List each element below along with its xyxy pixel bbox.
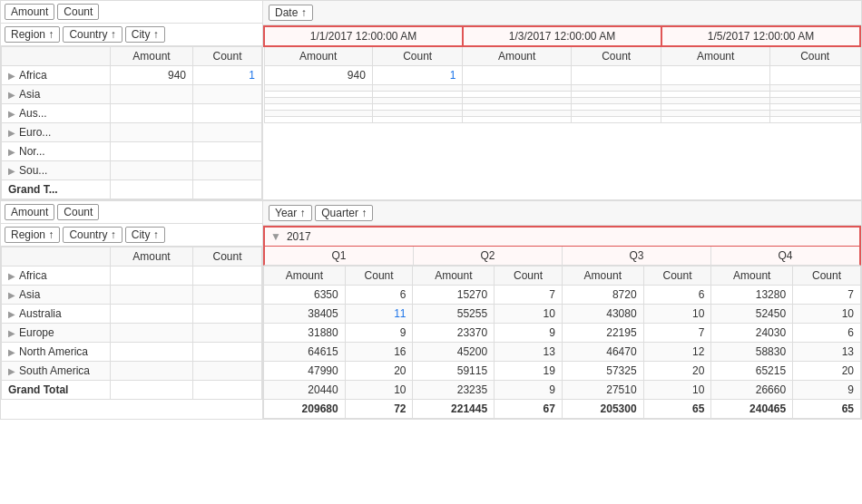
date-chip-label: Date ↑ [275, 6, 307, 19]
q3-header: Q3 [563, 247, 711, 265]
count-label-tl: Count [64, 5, 93, 18]
country-chip-tl[interactable]: Country ↑ [63, 26, 122, 43]
table-row: ▶Europe [2, 324, 262, 343]
row-label: ▶North America [2, 343, 111, 362]
count-label-bl: Count [64, 206, 93, 218]
grand-total-label-bl: Grand Total [2, 381, 111, 400]
q2-amount: 59115 [413, 362, 495, 381]
q2-count: 13 [495, 343, 563, 362]
date-col-3: 1/5/2017 12:00:00 AM [708, 30, 814, 43]
q1-amount: 47990 [264, 362, 346, 381]
q1-count: 10 [345, 381, 413, 400]
q3-count: 7 [643, 324, 711, 343]
date-col-1: 1/1/2017 12:00:00 AM [310, 30, 416, 43]
grand-total-row-br: 209680 72 221445 67 205300 65 240465 65 [264, 400, 861, 419]
q2-amount: 45200 [413, 343, 495, 362]
region-chip-bl[interactable]: Region ↑ [5, 227, 60, 243]
grand-total-count-bl [193, 381, 262, 400]
q1-amount: 38405 [264, 305, 346, 324]
year-chip-label: Year ↑ [275, 207, 306, 219]
q3-count: 6 [643, 286, 711, 305]
table-row: 64615 16 45200 13 46470 12 58830 13 [264, 343, 861, 362]
table-row: 6350 6 15270 7 8720 6 13280 7 [264, 286, 861, 305]
q4-count: 10 [793, 305, 861, 324]
table-row: ▶Asia [2, 85, 262, 104]
row-count [193, 343, 262, 362]
q1-amount: 6350 [264, 286, 346, 305]
q4-count: 7 [793, 286, 861, 305]
q2-count: 19 [495, 362, 563, 381]
row-amount [111, 324, 193, 343]
q3-count: 10 [643, 381, 711, 400]
count-chip-bl[interactable]: Count [57, 204, 99, 220]
q2-amount: 23235 [413, 381, 495, 400]
amount-chip-bl[interactable]: Amount [5, 204, 54, 220]
date-col-2: 1/3/2017 12:00:00 AM [509, 30, 615, 43]
table-row: 38405 11 55255 10 43080 10 52450 10 [264, 305, 861, 324]
country-chip-bl[interactable]: Country ↑ [63, 227, 122, 243]
quarters-row: Q1 Q2 Q3 Q4 [263, 247, 861, 266]
gt-q2c: 67 [495, 400, 563, 419]
bottom-left-panel: Amount Count Region ↑ Country ↑ City ↑ [0, 200, 263, 420]
table-row: 47990 20 59115 19 57325 20 65215 20 [264, 362, 861, 381]
q2-amount: 15270 [413, 286, 495, 305]
q2-header: Q2 [414, 247, 563, 265]
table-row: ▶Asia [2, 286, 262, 305]
q3-amount: 8720 [562, 286, 643, 305]
table-row: ▶Sou... [2, 161, 262, 180]
expand-icon[interactable]: ▶ [8, 347, 15, 357]
expand-icon[interactable]: ▶ [8, 109, 15, 119]
expand-icon[interactable]: ▶ [8, 147, 15, 157]
q2-amount: 55255 [413, 305, 495, 324]
city-chip-tl[interactable]: City ↑ [125, 26, 165, 43]
q1-amount: 20440 [264, 381, 346, 400]
expand-icon[interactable]: ▶ [8, 290, 15, 300]
year-chip[interactable]: Year ↑ [269, 205, 312, 221]
grand-total-label-tl: Grand T... [2, 180, 111, 199]
q2-amount: 23370 [413, 324, 495, 343]
row-label: ▶Australia [2, 305, 111, 324]
expand-icon[interactable]: ▶ [8, 328, 15, 338]
q1-count: 20 [345, 362, 413, 381]
row-label: ▶Europe [2, 324, 111, 343]
q4-amount: 58830 [711, 343, 793, 362]
expand-icon[interactable]: ▶ [8, 366, 15, 376]
table-row: ▶Nor... [2, 142, 262, 161]
gt-q4c: 65 [793, 400, 861, 419]
bottom-row: Amount Count Region ↑ Country ↑ City ↑ [0, 200, 862, 420]
bottom-right-panel: Year ↑ Quarter ↑ ▼ 2017 Q1 Q2 Q3 Q4 [263, 200, 862, 420]
count-chip-tl[interactable]: Count [57, 4, 99, 20]
city-chip-bl[interactable]: City ↑ [125, 227, 165, 243]
q2-count: 10 [495, 305, 563, 324]
expand-icon[interactable]: ▶ [8, 166, 15, 176]
table-row: ▶Australia [2, 305, 262, 324]
q2-count: 9 [495, 381, 563, 400]
expand-icon[interactable]: ▶ [8, 71, 15, 81]
amount-chip-tl[interactable]: Amount [5, 4, 54, 20]
region-chip-tl[interactable]: Region ↑ [5, 26, 60, 43]
year-expand-icon[interactable]: ▼ [270, 230, 281, 243]
top-right-table: 1/1/2017 12:00:00 AM 1/3/2017 12:00:00 A… [263, 25, 861, 123]
row-count [193, 267, 262, 286]
year-label: 2017 [287, 230, 311, 243]
table-row: ▶North America [2, 343, 262, 362]
date-chip[interactable]: Date ↑ [269, 5, 313, 21]
bottom-right-table: AmountCount AmountCount AmountCount Amou… [263, 266, 861, 419]
row-amount [111, 343, 193, 362]
expand-icon[interactable]: ▶ [8, 128, 15, 138]
q3-count: 20 [643, 362, 711, 381]
quarter-chip[interactable]: Quarter ↑ [315, 205, 373, 221]
table-row: ▶South America [2, 362, 262, 381]
year-quarter-filter-row: Year ↑ Quarter ↑ [263, 201, 861, 226]
q1-amount: 31880 [264, 324, 346, 343]
table-row: 31880 9 23370 9 22195 7 24030 6 [264, 324, 861, 343]
table-row: ▶Africa [2, 267, 262, 286]
expand-icon[interactable]: ▶ [8, 271, 15, 281]
row-label: ▶South America [2, 362, 111, 381]
expand-icon[interactable]: ▶ [8, 90, 15, 100]
q3-count: 12 [643, 343, 711, 362]
q3-amount: 27510 [562, 381, 643, 400]
expand-icon[interactable]: ▶ [8, 309, 15, 319]
region-label-bl: Region ↑ [11, 228, 54, 241]
gt-q2a: 221445 [413, 400, 495, 419]
